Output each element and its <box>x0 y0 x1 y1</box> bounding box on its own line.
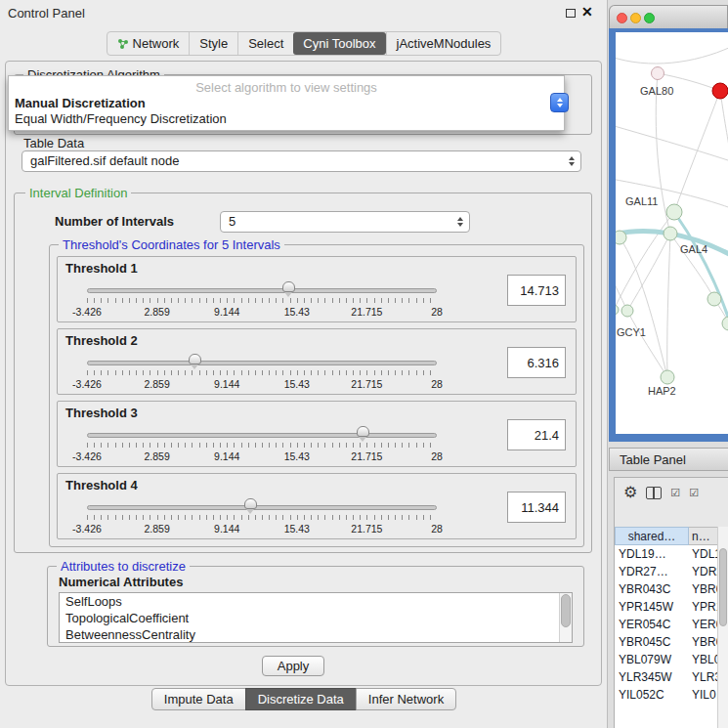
cell-shared-name[interactable]: YLR345W <box>615 668 689 686</box>
tab-discretize-data[interactable]: Discretize Data <box>245 688 357 710</box>
columns-icon[interactable] <box>646 487 662 499</box>
node-label: GAL80 <box>640 85 673 97</box>
slider-ticks <box>87 515 437 520</box>
slider-scale: -3.426 2.859 9.144 15.43 21.715 28 <box>87 450 437 464</box>
threshold-value-field[interactable]: 21.4 <box>507 419 566 450</box>
node[interactable] <box>722 317 728 330</box>
node[interactable] <box>664 227 677 240</box>
scrollbar-thumb[interactable] <box>719 548 727 626</box>
apply-button[interactable]: Apply <box>262 656 324 676</box>
cell-name[interactable]: YIL0… <box>689 686 718 704</box>
table-data-combobox[interactable]: galFiltered.sif default node <box>21 150 581 172</box>
cell-name[interactable]: YDR2… <box>689 563 718 580</box>
node[interactable] <box>616 231 626 244</box>
node[interactable] <box>616 305 619 315</box>
algorithm-combobox-stepper[interactable] <box>550 93 569 112</box>
table-row[interactable]: YDR27… YDR2… <box>615 563 718 580</box>
table-row[interactable]: YIL052C YIL0… <box>615 686 718 704</box>
cell-name[interactable]: YBL0… <box>689 651 718 668</box>
tab-infer-network[interactable]: Infer Network <box>356 688 456 710</box>
number-of-intervals-label: Number of Intervals <box>55 214 174 229</box>
scrollbar-thumb[interactable] <box>561 594 571 627</box>
cell-name[interactable]: YBR0… <box>689 633 718 651</box>
minimize-button[interactable] <box>630 13 641 23</box>
tab-jactivemnodules[interactable]: jActiveMNodules <box>386 32 501 55</box>
cell-shared-name[interactable]: YPR145W <box>615 598 689 616</box>
numerical-attributes-label: Numerical Attributes <box>59 575 183 589</box>
tab-network[interactable]: Network <box>107 32 190 55</box>
slider-thumb[interactable] <box>244 498 257 509</box>
cell-shared-name[interactable]: YER054C <box>615 616 689 633</box>
node[interactable] <box>661 370 674 384</box>
threshold-slider[interactable]: -3.426 2.859 9.144 15.43 21.715 28 <box>87 497 437 538</box>
cell-name[interactable]: YLR3… <box>689 668 718 686</box>
cell-shared-name[interactable]: YIL052C <box>615 686 689 704</box>
cell-shared-name[interactable]: YDL19… <box>615 545 689 563</box>
table-row[interactable]: YBL079W YBL0… <box>615 651 718 668</box>
cell-name[interactable]: YER0… <box>689 616 718 633</box>
float-window-icon[interactable] <box>566 9 576 18</box>
column-header-name[interactable]: n… <box>689 527 718 545</box>
slider-thumb[interactable] <box>189 354 201 364</box>
slider-thumb[interactable] <box>282 281 295 292</box>
table-row[interactable]: YER054C YER0… <box>615 616 718 633</box>
table-row[interactable]: YBR045C YBR0… <box>615 633 718 651</box>
node[interactable] <box>621 305 633 317</box>
slider-track[interactable] <box>87 505 437 510</box>
slider-thumb[interactable] <box>357 426 369 437</box>
gear-icon[interactable]: ⚙ <box>623 485 637 500</box>
list-item[interactable]: TopologicalCoefficient <box>60 610 572 626</box>
slider-track[interactable] <box>87 288 437 293</box>
table-panel-header[interactable]: Table Panel <box>609 448 728 471</box>
slider-track[interactable] <box>87 361 437 365</box>
zoom-button[interactable] <box>644 13 655 23</box>
number-of-intervals-combobox[interactable]: 5 <box>220 211 470 233</box>
cell-name[interactable]: YPR1… <box>689 598 718 616</box>
checkbox-icon-2[interactable]: ☑ <box>689 488 699 498</box>
dropdown-option-equal-width-frequency[interactable]: Equal Width/Frequency Discretization <box>9 110 564 126</box>
table-browser: ⚙ ☑ ☑ shared… n… YDL19… YDL1… YDR27… YDR… <box>614 477 728 728</box>
list-item[interactable]: BetweennessCentrality <box>60 626 572 643</box>
network-canvas[interactable]: GAL80 GAL11 GAL4 GCY1 HAP2 <box>616 32 728 434</box>
cell-name[interactable]: YBR0… <box>689 580 718 598</box>
slider-track[interactable] <box>87 433 437 438</box>
threshold-slider[interactable]: -3.426 2.859 9.144 15.43 21.715 28 <box>87 353 437 394</box>
threshold-slider[interactable]: -3.426 2.859 9.144 15.43 21.715 28 <box>87 280 437 321</box>
node-label: GAL11 <box>625 195 658 207</box>
dropdown-option-manual-discretization[interactable]: Manual Discretization <box>9 95 564 110</box>
network-window-titlebar[interactable] <box>609 5 728 28</box>
node[interactable] <box>652 67 664 80</box>
node-selected[interactable] <box>712 83 728 99</box>
tab-cyni-toolbox[interactable]: Cyni Toolbox <box>293 32 385 55</box>
cell-shared-name[interactable]: YDR27… <box>615 563 689 580</box>
checkbox-icon-1[interactable]: ☑ <box>670 488 680 498</box>
table-row[interactable]: YBR043C YBR0… <box>615 580 718 598</box>
table-row[interactable]: YLR345W YLR3… <box>615 668 718 686</box>
column-header-shared-name[interactable]: shared… <box>615 527 689 545</box>
table-row[interactable]: YPR145W YPR1… <box>615 598 718 616</box>
table-row[interactable]: YDL19… YDL1… <box>615 545 718 563</box>
cell-shared-name[interactable]: YBR043C <box>615 580 689 598</box>
close-button[interactable] <box>617 13 627 23</box>
node[interactable] <box>666 204 682 220</box>
scale-label: 28 <box>431 523 443 535</box>
tab-select[interactable]: Select <box>237 32 293 55</box>
list-scrollbar[interactable] <box>559 593 572 642</box>
tab-impute-data[interactable]: Impute Data <box>151 688 246 710</box>
table-scrollbar[interactable] <box>717 527 728 728</box>
attributes-list[interactable]: SelfLoops TopologicalCoefficient Between… <box>59 592 573 643</box>
tab-label: Style <box>199 36 228 51</box>
threshold-slider[interactable]: -3.426 2.859 9.144 15.43 21.715 28 <box>87 425 437 466</box>
list-item[interactable]: SelfLoops <box>60 593 572 610</box>
threshold-value-field[interactable]: 11.344 <box>507 492 566 523</box>
threshold-value-field[interactable]: 14.713 <box>507 275 566 306</box>
threshold-value-field[interactable]: 6.316 <box>507 347 566 378</box>
close-icon[interactable]: ✕ <box>581 4 593 20</box>
cell-shared-name[interactable]: YBL079W <box>615 651 689 668</box>
bottom-tabbar: Impute Data Discretize Data Infer Networ… <box>0 688 608 710</box>
combobox-value: 5 <box>229 212 236 232</box>
node[interactable] <box>707 292 721 306</box>
cell-name[interactable]: YDL1… <box>689 545 718 563</box>
tab-style[interactable]: Style <box>189 32 237 55</box>
cell-shared-name[interactable]: YBR045C <box>615 633 689 651</box>
